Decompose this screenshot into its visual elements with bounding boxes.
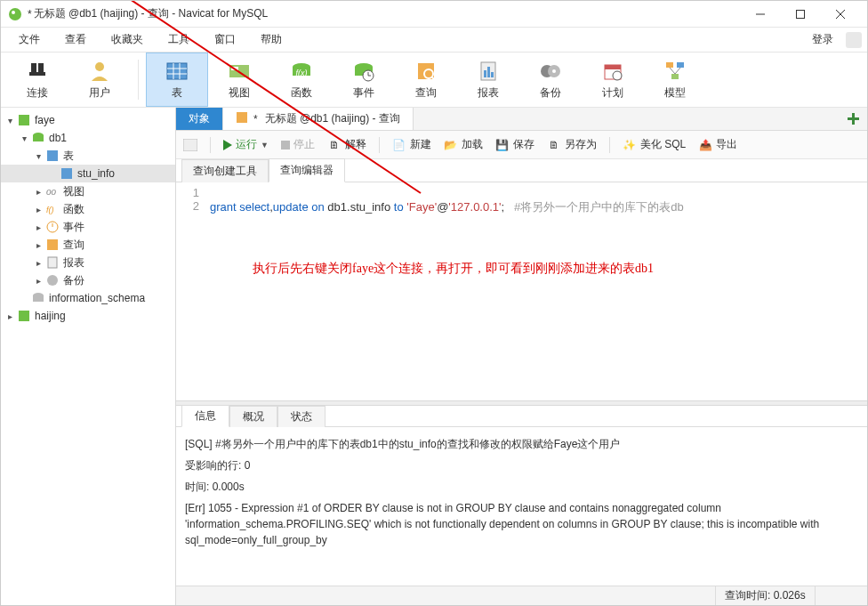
new-icon: 📄 [392, 138, 406, 152]
table-icon [45, 149, 60, 163]
svg-rect-6 [31, 63, 36, 72]
toolbar-connection[interactable]: 连接 [6, 53, 68, 107]
subtab-editor[interactable]: 查询编辑器 [269, 158, 345, 182]
output-panel[interactable]: [SQL] #将另外一个用户中的库下的表db1中的stu_info的查找和修改的… [176, 427, 867, 586]
svg-rect-59 [237, 112, 247, 123]
svg-text:oo: oo [46, 187, 57, 197]
play-icon [223, 140, 232, 150]
svg-rect-31 [491, 72, 494, 77]
toolbar-user[interactable]: 用户 [68, 53, 131, 107]
menu-window[interactable]: 窗口 [202, 28, 248, 51]
backup-icon [538, 59, 563, 84]
close-button[interactable] [820, 2, 860, 27]
svg-point-0 [9, 8, 21, 20]
query-tab-icon [236, 111, 248, 126]
tree-db-information-schema[interactable]: information_schema [1, 289, 175, 307]
new-tab-button[interactable] [840, 108, 867, 130]
load-button[interactable]: 📂加载 [444, 137, 483, 152]
svg-line-42 [675, 68, 680, 74]
menu-file[interactable]: 文件 [6, 28, 52, 51]
tab-profile[interactable]: 概况 [229, 406, 277, 427]
tree-backups[interactable]: ▸备份 [1, 271, 175, 289]
beautify-button[interactable]: ✨美化 SQL [623, 137, 686, 152]
menu-help[interactable]: 帮助 [248, 28, 294, 51]
save-button[interactable]: 💾保存 [495, 137, 534, 152]
function-icon: f(x) [289, 59, 314, 84]
output-line: [SQL] #将另外一个用户中的库下的表db1中的stu_info的查找和修改的… [185, 436, 858, 452]
login-link[interactable]: 登录 [803, 28, 842, 51]
tab-info[interactable]: 信息 [181, 405, 229, 427]
tree-db-db1[interactable]: ▾db1 [1, 129, 175, 147]
toolbar-backup[interactable]: 备份 [519, 53, 582, 107]
toolbar-model[interactable]: 模型 [644, 53, 706, 107]
export-button[interactable]: 📤导出 [698, 137, 737, 152]
svg-point-9 [95, 62, 104, 71]
tree-queries[interactable]: ▸查询 [1, 236, 175, 254]
menu-tool[interactable]: 工具 [156, 28, 202, 51]
svg-rect-62 [183, 139, 197, 151]
maximize-button[interactable] [780, 2, 820, 27]
tree-events[interactable]: ▸事件 [1, 218, 175, 236]
connection-tree[interactable]: ▾faye ▾db1 ▾表 stu_info ▸oo视图 ▸f()函数 ▸事件 … [1, 108, 176, 605]
main-toolbar: 连接 用户 表 视图 f(x)函数 事件 查询 报表 备份 计划 模型 [1, 53, 867, 108]
svg-rect-39 [677, 62, 684, 68]
svg-rect-53 [48, 257, 57, 268]
tab-objects[interactable]: 对象 [176, 108, 223, 130]
query-icon [414, 59, 438, 84]
toolbar-report[interactable]: 报表 [457, 53, 519, 107]
menu-view[interactable]: 查看 [52, 28, 99, 51]
tree-views[interactable]: ▸oo视图 [1, 182, 175, 200]
tree-functions[interactable]: ▸f()函数 [1, 200, 175, 218]
svg-rect-56 [33, 295, 44, 302]
svg-rect-16 [231, 67, 238, 70]
query-actionbar: 运行▼ 停止 🗎解释 📄新建 📂加载 💾保存 🗎另存为 ✨美化 SQL 📤导出 [176, 131, 867, 159]
run-button[interactable]: 运行▼ [223, 137, 269, 152]
load-icon: 📂 [444, 138, 458, 152]
title-dirty-marker: * [28, 8, 32, 20]
svg-line-27 [432, 77, 436, 81]
tree-conn-haijing[interactable]: ▸haijing [1, 307, 175, 325]
explain-button[interactable]: 🗎解释 [327, 137, 366, 152]
toolbar-plan[interactable]: 计划 [582, 53, 644, 107]
svg-rect-43 [19, 115, 29, 125]
tree-tables[interactable]: ▾表 [1, 147, 175, 165]
sql-code[interactable]: grant select,update on db1.stu_info to '… [205, 182, 867, 400]
save-icon: 💾 [495, 138, 510, 152]
explain-icon: 🗎 [327, 138, 342, 152]
annotation-text: 执行后先右键关闭faye这个连接，再打开，即可看到刚刚添加进来的表db1 [253, 261, 654, 277]
table-icon [60, 166, 74, 181]
stop-button[interactable]: 停止 [281, 137, 315, 152]
table-icon [165, 59, 189, 84]
toolbar-function[interactable]: f(x)函数 [270, 53, 333, 107]
wand-icon: ✨ [623, 138, 637, 152]
tab-status[interactable]: 状态 [277, 406, 326, 427]
svg-text:f(x): f(x) [296, 69, 308, 77]
svg-rect-52 [47, 239, 58, 250]
function-icon: f() [45, 202, 60, 216]
toolbar-query[interactable]: 查询 [395, 53, 457, 107]
toolbar-view[interactable]: 视图 [208, 53, 270, 107]
tab-query[interactable]: * 无标题 @db1 (haijing) - 查询 [223, 108, 414, 130]
query-icon [45, 238, 60, 252]
svg-rect-7 [38, 63, 44, 72]
user-icon [87, 59, 112, 84]
svg-rect-38 [666, 62, 673, 68]
new-button[interactable]: 📄新建 [392, 137, 431, 152]
saveas-icon: 🗎 [547, 138, 561, 152]
toolbar-event[interactable]: 事件 [333, 53, 395, 107]
toolbar-table[interactable]: 表 [146, 53, 208, 107]
sql-editor[interactable]: 1 2 grant select,update on db1.stu_info … [176, 182, 867, 400]
subtab-builder[interactable]: 查询创建工具 [181, 159, 269, 182]
svg-rect-36 [605, 65, 621, 69]
avatar-icon[interactable] [846, 32, 862, 48]
minimize-button[interactable] [740, 2, 780, 27]
saveas-button[interactable]: 🗎另存为 [547, 137, 597, 152]
tree-reports[interactable]: ▸报表 [1, 254, 175, 271]
svg-point-1 [12, 11, 15, 14]
tree-table-stu-info[interactable]: stu_info [1, 165, 175, 182]
database-icon [31, 291, 45, 305]
svg-rect-40 [671, 74, 679, 79]
tree-conn-faye[interactable]: ▾faye [1, 111, 175, 129]
plug-icon [25, 59, 50, 84]
menu-fav[interactable]: 收藏夹 [99, 28, 156, 51]
